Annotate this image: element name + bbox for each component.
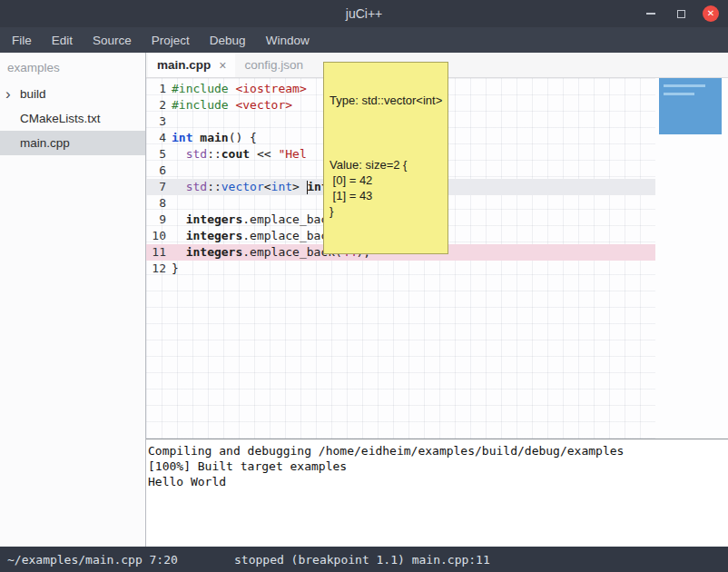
tab-label: main.cpp [157, 58, 211, 72]
minimap-line [664, 84, 705, 87]
line-number: 11 [146, 244, 172, 261]
tooltip-value-lines: Value: size=2 { [0] = 42 [1] = 43} [330, 157, 442, 219]
code-token: > [292, 180, 307, 193]
project-name: examples [0, 53, 145, 82]
tooltip-value-line: [1] = 43 [330, 188, 442, 203]
expander-icon[interactable]: › [5, 86, 20, 102]
line-number: 5 [146, 146, 172, 163]
app-window: juCi++ ✕ FileEditSourceProjectDebugWindo… [0, 0, 728, 572]
window-title: juCi++ [346, 6, 382, 21]
line-number: 12 [146, 261, 172, 277]
code-token [172, 147, 186, 161]
code-token: integers [186, 229, 243, 242]
code-token [172, 212, 186, 226]
menu-item-debug[interactable]: Debug [200, 27, 256, 53]
editor-pane: main.cpp×config.json 1#include <iostream… [146, 53, 728, 547]
main-area: examples ›buildCMakeLists.txtmain.cpp ma… [0, 53, 728, 547]
code-token: std [186, 180, 207, 193]
code-token: #include [172, 82, 229, 95]
window-controls: ✕ [643, 0, 719, 27]
menu-item-source[interactable]: Source [83, 27, 142, 53]
line-number: 1 [146, 81, 172, 97]
line-number: 7 [146, 179, 172, 195]
line-number: 10 [146, 228, 172, 244]
restore-icon [677, 10, 685, 18]
tree-item-label: CMakeLists.txt [20, 112, 101, 125]
code-token [172, 229, 186, 242]
console-output[interactable]: Compiling and debugging /home/eidheim/ex… [146, 439, 728, 547]
debug-tooltip: Type: std::vector<int> Value: size=2 { [… [323, 62, 448, 254]
tab-config-json[interactable]: config.json [235, 53, 312, 77]
code-token: int [271, 180, 292, 193]
minimize-icon [646, 13, 655, 15]
tooltip-value-line: } [330, 203, 442, 219]
tree-item-build[interactable]: ›build [0, 82, 145, 106]
tree-item-label: build [20, 87, 46, 101]
code-line-12[interactable]: 12} [146, 261, 655, 277]
menu-item-project[interactable]: Project [142, 27, 200, 53]
file-tree: ›buildCMakeLists.txtmain.cpp [0, 82, 145, 155]
titlebar: juCi++ ✕ [0, 0, 728, 27]
tooltip-type-line: Type: std::vector<int> [330, 94, 442, 107]
close-icon: ✕ [707, 9, 714, 18]
menu-item-window[interactable]: Window [256, 27, 320, 53]
code-token: :: [207, 147, 221, 161]
code-text: } [172, 261, 655, 277]
menu-item-file[interactable]: File [2, 27, 42, 53]
tooltip-value-line: Value: size=2 { [330, 157, 442, 173]
code-token [172, 180, 186, 193]
code-token: cout [221, 147, 250, 161]
minimize-button[interactable] [643, 5, 659, 22]
tree-item-cmakelists-txt[interactable]: CMakeLists.txt [0, 106, 145, 131]
minimap[interactable] [659, 78, 722, 134]
menubar: FileEditSourceProjectDebugWindow [0, 27, 728, 53]
code-token: << [250, 147, 278, 161]
tab-close-icon[interactable]: × [219, 58, 226, 73]
console-line: Compiling and debugging /home/eidheim/ex… [148, 443, 726, 459]
tooltip-value-line: [0] = 42 [330, 173, 442, 188]
restore-button[interactable] [673, 5, 689, 22]
line-number: 8 [146, 195, 172, 212]
line-number: 2 [146, 97, 172, 113]
code-token: integers [186, 212, 243, 226]
code-token: integers [186, 245, 243, 259]
code-token: } [172, 261, 179, 275]
close-button[interactable]: ✕ [703, 5, 719, 22]
code-token: <iostream> [235, 82, 306, 95]
sidebar: examples ›buildCMakeLists.txtmain.cpp [0, 53, 146, 547]
tab-label: config.json [244, 58, 303, 72]
code-token: main [200, 131, 228, 144]
code-token: #include [172, 98, 229, 112]
code-token: :: [207, 180, 221, 193]
line-number: 3 [146, 113, 172, 130]
statusbar: ~/examples/main.cpp 7:20 stopped (breakp… [0, 547, 728, 572]
line-number: 4 [146, 130, 172, 146]
tab-main-cpp[interactable]: main.cpp× [148, 53, 235, 77]
status-debug-state: stopped (breakpoint 1.1) main.cpp:11 [234, 553, 490, 567]
code-token: < [264, 180, 271, 193]
code-token: "Hel [278, 147, 306, 161]
code-token: std [186, 147, 207, 161]
tree-item-main-cpp[interactable]: main.cpp [0, 131, 145, 155]
console-line: Hello World [148, 474, 726, 489]
line-number: 6 [146, 163, 172, 179]
status-file-position: ~/examples/main.cpp 7:20 [7, 553, 178, 567]
code-token: () { [229, 131, 257, 144]
console-line: [100%] Built target examples [148, 459, 726, 474]
menu-item-edit[interactable]: Edit [42, 27, 83, 53]
code-token: int [172, 131, 192, 144]
line-number: 9 [146, 212, 172, 228]
tree-item-label: main.cpp [20, 136, 70, 150]
code-token: vector [221, 180, 264, 193]
code-token: <vector> [235, 98, 292, 112]
code-token [172, 245, 186, 259]
minimap-line [664, 93, 694, 95]
